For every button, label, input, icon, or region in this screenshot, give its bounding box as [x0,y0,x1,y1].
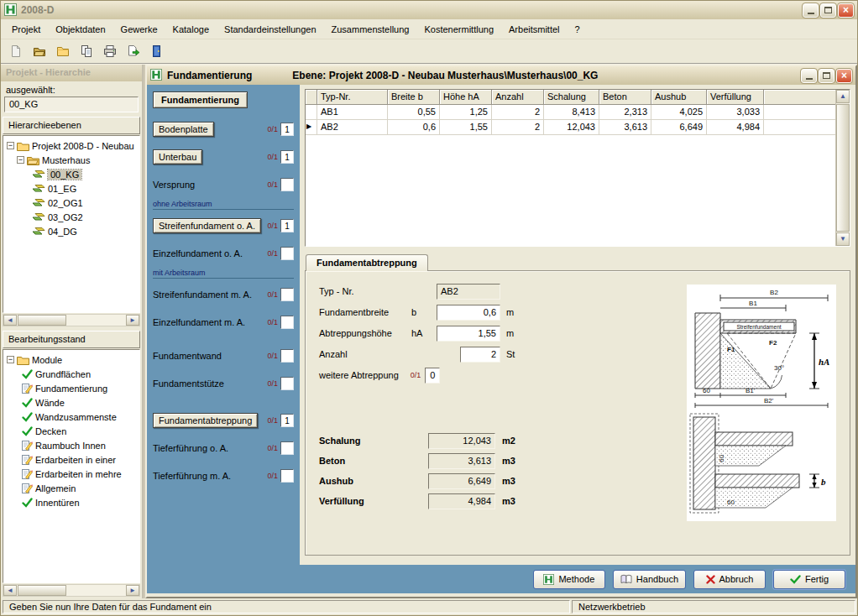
minimize-button[interactable] [803,3,819,18]
column-header[interactable]: Anzahl [492,90,544,105]
column-header[interactable]: Breite b [388,90,440,105]
fundamentbreite-input[interactable] [437,305,500,321]
count-input[interactable] [280,316,294,329]
status-header[interactable]: Bearbeitungsstand [3,331,140,348]
table-cell[interactable]: 6,649 [651,120,707,135]
column-header[interactable]: Schalung [544,90,599,105]
menu-projekt[interactable]: Projekt [4,21,48,38]
table-cell[interactable]: 3,033 [707,105,764,120]
count-input[interactable] [280,469,294,483]
table-cell[interactable]: AB2 [317,120,388,135]
count-input[interactable] [280,414,294,427]
hscroll-thumb[interactable] [18,315,66,326]
close-button[interactable]: × [838,3,854,18]
table-cell[interactable]: 8,413 [544,105,599,120]
fertig-button[interactable]: Fertig [773,570,845,589]
column-header[interactable]: Typ-Nr. [317,90,388,105]
maximize-button[interactable] [819,69,834,83]
einzelfundament-ma-button[interactable]: Einzelfundament m. A. [153,316,245,329]
tab-fundamentabtreppung[interactable]: Fundamentabtreppung [306,254,428,271]
tieferfuehrung-ma-button[interactable]: Tieferführung m. A. [153,469,231,483]
folder-button[interactable] [53,41,73,61]
count-input[interactable] [280,441,294,455]
handbuch-button[interactable]: Handbuch [613,570,686,589]
scroll-down-icon[interactable]: ▼ [836,232,850,246]
table-cell[interactable]: 0,6 [388,120,440,135]
menu-arbeitsmittel[interactable]: Arbeitsmittel [501,21,568,38]
hierarchy-hscrollbar[interactable]: ◄ ► [3,314,140,326]
count-input[interactable] [280,219,294,232]
streifenfundament-oa-button[interactable]: Streifenfundament o. A. [153,218,261,233]
tree-item[interactable]: Fundamentierung [5,381,138,395]
streifenfundament-ma-button[interactable]: Streifenfundament m. A. [153,288,252,301]
count-input[interactable] [280,247,294,260]
table-cell[interactable]: 2 [492,120,544,135]
count-input[interactable] [280,123,294,136]
table-vscrollbar[interactable]: ▲ ▼ [835,90,850,246]
einzelfundament-oa-button[interactable]: Einzelfundament o. A. [153,247,243,260]
scroll-right-icon[interactable]: ► [126,315,139,326]
row-selector-cell[interactable] [306,105,317,120]
copy-button[interactable] [76,41,97,61]
table-cell[interactable]: 3,613 [599,120,651,135]
tieferfuehrung-oa-button[interactable]: Tieferführung o. A. [153,441,228,455]
table-cell[interactable]: 1,55 [440,120,492,135]
count-input[interactable] [280,377,294,390]
export-button[interactable] [123,41,144,61]
tree-item[interactable]: Innentüren [5,495,138,509]
open-button[interactable] [29,41,50,61]
collapse-icon[interactable]: − [17,156,24,164]
selected-value-field[interactable]: 00_KG [4,97,139,112]
levels-header[interactable]: Hierarchieebenen [3,117,140,134]
modules-hscrollbar[interactable]: ◄ ► [3,584,140,597]
table-cell[interactable]: 2 [492,105,544,120]
tree-item-selected[interactable]: 00_KG [5,167,138,181]
tree-item[interactable]: Grundflächen [5,367,138,381]
count-input[interactable] [280,178,294,191]
modules-tree[interactable]: − Module Grundflächen Fundamentierung Wä… [3,349,140,583]
tree-item[interactable]: Decken [5,424,138,438]
close-button[interactable]: × [836,69,852,83]
scroll-left-icon[interactable]: ◄ [3,585,17,596]
versprung-button[interactable]: Versprung [153,178,195,191]
weitere-abtreppung-input[interactable] [425,368,440,384]
column-header[interactable]: Beton [599,90,651,105]
tree-item[interactable]: 03_OG2 [5,210,138,224]
count-input[interactable] [280,349,294,363]
table-cell[interactable]: 0,55 [388,105,440,120]
column-header[interactable]: Höhe hA [440,90,492,105]
tree-item[interactable]: Erdarbeiten in einer [5,452,138,467]
fundamentwand-button[interactable]: Fundamentwand [153,349,222,363]
collapse-icon[interactable]: − [7,142,14,149]
tree-item[interactable]: 02_OG1 [5,196,138,210]
tree-item[interactable]: − Module [5,352,138,367]
menu-zusammenstellung[interactable]: Zusammenstellung [324,21,417,38]
fundamentstuetze-button[interactable]: Fundamentstütze [153,377,224,390]
vscroll-thumb[interactable] [836,104,850,232]
tree-item[interactable]: − Projekt 2008-D - Neubau [5,138,138,153]
fundamentabtreppung-button[interactable]: Fundamentabtreppung [153,413,258,428]
column-header[interactable]: Verfüllung [707,90,764,105]
tree-item[interactable]: 01_EG [5,181,138,196]
tree-item[interactable]: Allgemein [5,481,138,495]
maximize-button[interactable] [820,3,836,18]
print-button[interactable] [100,41,120,61]
table-cell[interactable]: 1,25 [440,105,492,120]
abtreppungshoehe-input[interactable] [437,326,500,342]
tree-item[interactable]: Raumbuch Innen [5,438,138,452]
hierarchy-tree[interactable]: − Projekt 2008-D - Neubau − Musterhaus 0… [3,135,140,313]
unterbau-button[interactable]: Unterbau [153,149,202,164]
hscroll-thumb[interactable] [18,585,66,596]
tree-item[interactable]: Erdarbeiten in mehre [5,467,138,481]
menu-objektdaten[interactable]: Objektdaten [48,21,112,38]
count-input[interactable] [280,150,294,164]
menu-gewerke[interactable]: Gewerke [113,21,165,38]
collapse-icon[interactable]: − [7,356,14,363]
exit-button[interactable] [147,41,167,61]
table-row[interactable]: AB1 0,55 1,25 2 8,413 2,313 4,025 3,033 [306,105,835,120]
table-cell[interactable]: AB1 [317,105,388,120]
foundation-table[interactable]: Typ-Nr. Breite b Höhe hA Anzahl Schalung… [306,90,835,246]
count-input[interactable] [280,288,294,301]
methode-button[interactable]: Methode [533,570,605,589]
table-cell[interactable]: 4,025 [651,105,707,120]
